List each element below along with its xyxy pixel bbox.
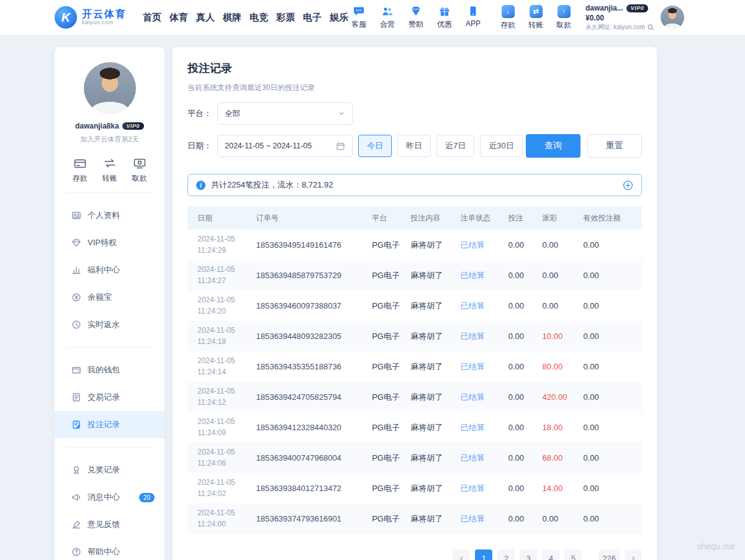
customer-service-button[interactable]: 客服 bbox=[348, 5, 369, 30]
order-number: 1853639424705825794 bbox=[251, 382, 367, 412]
reset-button[interactable]: 重置 bbox=[587, 134, 642, 158]
platform: PG电子 bbox=[367, 230, 405, 260]
bet-content: 麻将胡了 bbox=[405, 351, 456, 382]
page-button-1[interactable]: 1 bbox=[475, 549, 492, 560]
expand-plus-icon[interactable] bbox=[623, 180, 633, 191]
bet-date: 2024-11-05 bbox=[197, 447, 246, 458]
unread-count-badge: 20 bbox=[139, 493, 155, 502]
prev-page-button[interactable]: ‹ bbox=[453, 549, 470, 560]
page-button-last[interactable]: 226 bbox=[598, 549, 620, 560]
sidebar-item-label: 投注记录 bbox=[88, 419, 120, 430]
user-avatar[interactable] bbox=[661, 6, 684, 29]
col-platform: 平台 bbox=[367, 206, 405, 230]
app-download-button[interactable]: APP bbox=[463, 5, 484, 30]
vip-gem-icon bbox=[71, 238, 81, 248]
page-button-4[interactable]: 4 bbox=[542, 549, 559, 560]
sidebar-item-rebate[interactable]: 实时返水 bbox=[55, 311, 165, 338]
platform-select[interactable]: 全部 bbox=[217, 102, 353, 125]
order-number: 1853639448093282305 bbox=[251, 321, 367, 351]
platform: PG电子 bbox=[367, 504, 405, 534]
transfer-arrows-icon bbox=[103, 156, 117, 170]
platform: PG电子 bbox=[367, 412, 405, 443]
sidebar-item-label: 福利中心 bbox=[88, 264, 120, 276]
sponsor-label: 赞助 bbox=[409, 19, 423, 30]
sidebar-item-redeem-records[interactable]: 兑奖记录 bbox=[55, 456, 165, 484]
sidebar-item-vip[interactable]: VIP特权 bbox=[55, 229, 165, 256]
status: 已结算 bbox=[456, 473, 503, 504]
valid-bet-amount: 0.00 bbox=[578, 230, 642, 260]
platform-select-value: 全部 bbox=[225, 109, 240, 119]
id-card-icon bbox=[71, 210, 81, 220]
document-icon bbox=[71, 392, 81, 402]
nav-item-live-casino[interactable]: 真人 bbox=[196, 12, 215, 24]
table-row: 2024-11-0511:24:12 1853639424705825794 P… bbox=[187, 382, 642, 412]
calendar-icon bbox=[336, 142, 345, 151]
sidebar-item-feedback[interactable]: 意见反馈 bbox=[55, 511, 165, 538]
banknote-icon bbox=[133, 156, 147, 170]
quick-date-7days[interactable]: 近7日 bbox=[436, 135, 474, 157]
search-button[interactable]: 查询 bbox=[526, 134, 580, 158]
bet-amount: 0.00 bbox=[503, 291, 538, 321]
bet-content: 麻将胡了 bbox=[405, 412, 456, 443]
bet-date-cell: 2024-11-0511:24:12 bbox=[187, 382, 251, 412]
quick-date-today[interactable]: 今日 bbox=[358, 135, 392, 157]
page-button-3[interactable]: 3 bbox=[520, 549, 537, 560]
col-status: 注单状态 bbox=[456, 206, 503, 230]
sidebar-item-welfare[interactable]: 福利中心 bbox=[55, 256, 165, 284]
quick-date-30days[interactable]: 近30日 bbox=[480, 135, 522, 157]
nav-item-chess[interactable]: 棋牌 bbox=[223, 12, 242, 24]
quick-date-yesterday[interactable]: 昨日 bbox=[397, 135, 431, 157]
sidebar-deposit-button[interactable]: 存款 bbox=[73, 156, 88, 184]
nav-item-lottery[interactable]: 彩票 bbox=[276, 12, 295, 24]
top-navbar: K 开云体育 kaiyun.com 首页 体育 真人 棋牌 电竞 彩票 电子 娱… bbox=[0, 0, 745, 35]
nav-item-home[interactable]: 首页 bbox=[143, 12, 161, 24]
bet-date: 2024-11-05 bbox=[197, 508, 246, 518]
transfer-button[interactable]: ⇄ 转账 bbox=[525, 5, 546, 30]
date-range-picker[interactable]: 2024-11-05 ~ 2024-11-05 bbox=[217, 135, 353, 157]
order-number: 1853639400747968004 bbox=[251, 443, 367, 473]
withdraw-button[interactable]: ↑ 取款 bbox=[553, 5, 574, 30]
valid-bet-amount: 0.00 bbox=[578, 382, 642, 412]
sidebar-item-messages[interactable]: 消息中心 20 bbox=[55, 484, 165, 511]
sidebar-item-yuebao[interactable]: 余额宝 bbox=[55, 284, 165, 311]
page-button-2[interactable]: 2 bbox=[497, 549, 515, 560]
valid-bet-amount: 0.00 bbox=[578, 412, 642, 443]
bet-date: 2024-11-05 bbox=[197, 295, 246, 305]
nav-item-entertainment[interactable]: 娱乐 bbox=[330, 12, 348, 24]
bet-time: 11:24:06 bbox=[197, 458, 246, 469]
balance: ¥0.00 bbox=[585, 14, 654, 23]
sidebar-item-bet-records[interactable]: 投注记录 bbox=[55, 411, 165, 438]
bet-time: 11:24:00 bbox=[197, 519, 246, 530]
sidebar-transfer-button[interactable]: 转账 bbox=[102, 156, 117, 184]
partnership-button[interactable]: 合营 bbox=[377, 5, 398, 30]
sidebar-item-help[interactable]: 帮助中心 bbox=[55, 538, 165, 560]
nav-item-sports[interactable]: 体育 bbox=[169, 12, 188, 24]
bet-amount: 0.00 bbox=[503, 412, 538, 443]
sidebar-withdraw-button[interactable]: 取款 bbox=[132, 156, 147, 184]
sidebar-item-label: VIP特权 bbox=[88, 237, 117, 248]
bet-time: 11:24:29 bbox=[197, 245, 246, 256]
bet-date-cell: 2024-11-0511:24:29 bbox=[187, 230, 251, 260]
status: 已结算 bbox=[456, 260, 503, 291]
bet-content: 麻将胡了 bbox=[405, 260, 456, 291]
sidebar-item-profile[interactable]: 个人资料 bbox=[55, 202, 165, 229]
wallet-icon bbox=[71, 365, 81, 375]
bet-date-cell: 2024-11-0511:24:18 bbox=[187, 321, 251, 351]
bet-content: 麻将胡了 bbox=[405, 443, 456, 473]
profile-avatar[interactable] bbox=[84, 62, 136, 114]
withdraw-icon: ↑ bbox=[558, 5, 571, 18]
platform: PG电子 bbox=[367, 291, 405, 321]
nav-item-slots[interactable]: 电子 bbox=[303, 12, 322, 24]
brand-logo[interactable]: K 开云体育 kaiyun.com bbox=[55, 6, 127, 29]
page-button-5[interactable]: 5 bbox=[564, 549, 582, 560]
deposit-button[interactable]: ↓ 存款 bbox=[497, 5, 518, 30]
sidebar-item-wallet[interactable]: 我的钱包 bbox=[55, 356, 165, 384]
payout: 0.00 bbox=[538, 504, 579, 534]
next-page-button[interactable]: › bbox=[625, 549, 642, 560]
sidebar-item-transactions[interactable]: 交易记录 bbox=[55, 384, 165, 411]
sponsor-button[interactable]: 赞助 bbox=[405, 5, 427, 30]
promotions-button[interactable]: 优惠 bbox=[434, 5, 455, 30]
search-icon[interactable] bbox=[647, 24, 654, 31]
nav-item-esports[interactable]: 电竞 bbox=[250, 12, 268, 24]
brand-logo-icon: K bbox=[55, 6, 77, 29]
